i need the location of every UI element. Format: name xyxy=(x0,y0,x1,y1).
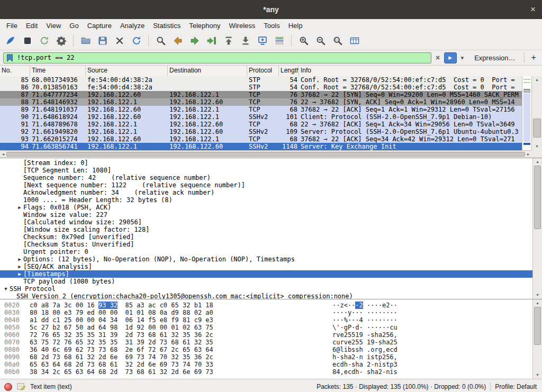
detail-line[interactable]: ▶[SEQ/ACK analysis] xyxy=(0,263,532,270)
detail-line[interactable]: Checksum: 0x79ed [unverified] xyxy=(0,233,532,241)
go-forward-button[interactable] xyxy=(186,33,203,49)
scrollbar-thumb[interactable] xyxy=(533,118,541,138)
scroll-up-icon[interactable]: ▴ xyxy=(533,159,542,165)
reload-file-button[interactable] xyxy=(128,33,144,49)
hex-row-0080[interactable]: 008036 40 6c 69 62 73 73 68 2e 6f 72 67 … xyxy=(0,346,532,353)
packet-row-89[interactable]: 8971.648191037192.168.122.60192.168.122.… xyxy=(0,106,522,113)
packet-row-85[interactable]: 8568.001734936fe:54:00:d4:38:2aSTP54Conf… xyxy=(0,76,522,84)
close-file-button[interactable] xyxy=(111,33,128,49)
title-bar[interactable]: *any × xyxy=(0,0,542,19)
auto-scroll-button[interactable] xyxy=(254,33,270,49)
menu-analyze[interactable]: Analyze xyxy=(116,20,149,31)
packet-row-88[interactable]: 8871.648146932192.168.122.1192.168.122.6… xyxy=(0,98,522,106)
detail-line[interactable]: [Calculated window size: 29056] xyxy=(0,218,532,226)
scrollbar-thumb[interactable] xyxy=(6,152,525,157)
detail-line[interactable]: SSH Version 2 (encryption:chacha20-poly1… xyxy=(0,293,532,299)
packet-list-scrollbar[interactable]: ▴ ▾ xyxy=(531,76,542,150)
column-header-source[interactable]: Source xyxy=(86,66,168,76)
open-file-button[interactable] xyxy=(77,33,94,49)
scroll-up-icon[interactable]: ▴ xyxy=(533,300,542,306)
filter-dropdown-icon[interactable]: ▾ xyxy=(459,54,466,61)
scroll-down-icon[interactable]: ▾ xyxy=(532,143,542,150)
detail-line[interactable]: [Checksum Status: Unverified] xyxy=(0,241,532,248)
filter-apply-button[interactable]: ▶ xyxy=(444,52,457,63)
stop-capture-button[interactable] xyxy=(19,33,35,49)
detail-line[interactable]: Sequence number: 42 (relative sequence n… xyxy=(0,174,532,181)
column-header-length[interactable]: Length xyxy=(279,66,299,76)
packet-row-87[interactable]: 8771.647777234192.168.122.60192.168.122.… xyxy=(0,91,522,98)
detail-line[interactable]: TCP payload (1080 bytes) xyxy=(0,278,532,285)
menu-wireless[interactable]: Wireless xyxy=(224,20,259,31)
packet-minimap[interactable] xyxy=(522,76,531,150)
expander-right-icon[interactable]: ▶ xyxy=(16,256,23,263)
zoom-in-button[interactable] xyxy=(295,33,312,49)
scroll-down-icon[interactable]: ▾ xyxy=(533,372,542,378)
column-header-no[interactable]: No. xyxy=(0,66,30,76)
column-header-info[interactable]: Info xyxy=(299,66,542,76)
status-profile[interactable]: Profile: Default xyxy=(495,383,538,390)
capture-options-button[interactable] xyxy=(53,33,69,49)
filter-input[interactable]: !tcp.port == 22 xyxy=(3,52,431,63)
expert-info-icon[interactable] xyxy=(4,383,12,391)
detail-line[interactable]: [Next sequence number: 1122 (relative se… xyxy=(0,181,532,189)
hex-row-0020[interactable]: 0020c0 a8 7a 3c 00 16 93 32 85 a3 ac c0 … xyxy=(0,302,532,309)
detail-line[interactable]: ▼SSH Protocol xyxy=(0,285,532,293)
expander-right-icon[interactable]: ▶ xyxy=(16,263,23,270)
hex-row-0060[interactable]: 006072 76 65 32 35 35 31 39 2d 73 68 61 … xyxy=(0,331,532,339)
packet-row-86[interactable]: 8670.013850163fe:54:00:d4:38:2aSTP54Conf… xyxy=(0,84,522,91)
detail-line[interactable]: Acknowledgment number: 34 (relative ack … xyxy=(0,189,532,196)
hex-row-0040[interactable]: 0040a1 dd c1 25 00 00 04 34 06 14 f5 e8 … xyxy=(0,316,532,324)
filter-clear-icon[interactable]: × xyxy=(433,53,442,62)
packet-row-90[interactable]: 9071.648618924192.168.122.60192.168.122.… xyxy=(0,113,522,121)
menu-tools[interactable]: Tools xyxy=(259,20,284,31)
hex-row-0070[interactable]: 007063 75 72 76 65 32 35 35 31 39 2d 73 … xyxy=(0,339,532,346)
go-first-button[interactable] xyxy=(220,33,237,49)
hex-row-0090[interactable]: 009068 2d 73 68 61 32 2d 6e 69 73 74 70 … xyxy=(0,353,532,361)
close-icon[interactable]: × xyxy=(530,4,536,15)
filter-bookmark-icon[interactable] xyxy=(6,54,13,62)
menu-edit[interactable]: Edit xyxy=(22,20,42,31)
menu-view[interactable]: View xyxy=(42,20,65,31)
expander-right-icon[interactable]: ▶ xyxy=(16,204,23,211)
restart-capture-button[interactable] xyxy=(36,33,52,49)
scrollbar-thumb[interactable] xyxy=(534,166,541,229)
detail-line[interactable]: Window size value: 227 xyxy=(0,211,532,218)
menu-help[interactable]: Help xyxy=(284,20,307,31)
column-header-destination[interactable]: Destination xyxy=(168,66,247,76)
hex-scrollbar[interactable]: ▴ ▾ xyxy=(532,299,542,379)
menu-file[interactable]: File xyxy=(2,20,22,31)
menu-telephony[interactable]: Telephony xyxy=(185,20,224,31)
detail-line[interactable]: [Window size scaling factor: 128] xyxy=(0,226,532,233)
packet-row-94[interactable]: 9471.663856741192.168.122.1192.168.122.6… xyxy=(0,143,522,150)
go-to-packet-button[interactable] xyxy=(203,33,220,49)
detail-line[interactable]: [Stream index: 0] xyxy=(0,159,532,167)
detail-line[interactable]: 1000 .... = Header Length: 32 bytes (8) xyxy=(0,196,532,204)
find-packet-button[interactable] xyxy=(152,33,169,49)
go-back-button[interactable] xyxy=(169,33,186,49)
zoom-out-button[interactable] xyxy=(312,33,329,49)
menu-statistics[interactable]: Statistics xyxy=(149,20,185,31)
hex-row-00a0[interactable]: 00a065 63 64 68 2d 73 68 61 32 2d 6e 69 … xyxy=(0,361,532,368)
go-last-button[interactable] xyxy=(237,33,254,49)
hex-row-0050[interactable]: 00505c 27 b2 67 50 ad 64 98 1d 92 00 00 … xyxy=(0,324,532,331)
column-header-protocol[interactable]: Protocol xyxy=(247,66,279,76)
hex-row-0030[interactable]: 003080 18 00 e3 79 ed 00 00 01 01 08 0a … xyxy=(0,309,532,316)
scroll-up-icon[interactable]: ▴ xyxy=(532,77,542,83)
zoom-original-button[interactable]: 1:1 xyxy=(329,33,346,49)
start-capture-button[interactable] xyxy=(2,33,19,49)
scroll-left-icon[interactable]: ◂ xyxy=(0,151,6,158)
expression-button[interactable]: Expression… xyxy=(470,54,519,62)
detail-line[interactable]: Urgent pointer: 0 xyxy=(0,248,532,256)
filter-text[interactable]: !tcp.port == 22 xyxy=(17,54,74,61)
expander-right-icon[interactable]: ▶ xyxy=(16,270,23,278)
add-filter-button[interactable]: + xyxy=(528,53,539,62)
packet-row-92[interactable]: 9271.661949820192.168.122.1192.168.122.6… xyxy=(0,128,522,135)
packet-row-91[interactable]: 9171.648789678192.168.122.1192.168.122.6… xyxy=(0,121,522,128)
scroll-right-icon[interactable]: ▸ xyxy=(525,151,531,158)
resize-columns-button[interactable] xyxy=(346,33,363,49)
detail-line[interactable]: ▶Options: (12 bytes), No-Operation (NOP)… xyxy=(0,256,532,263)
column-header-time[interactable]: Time xyxy=(30,66,86,76)
menu-capture[interactable]: Capture xyxy=(83,20,116,31)
detail-line[interactable]: ▶[Timestamps] xyxy=(0,270,532,278)
hex-row-00b0[interactable]: 00b038 34 2c 65 63 64 68 2d 73 68 61 32 … xyxy=(0,368,532,376)
